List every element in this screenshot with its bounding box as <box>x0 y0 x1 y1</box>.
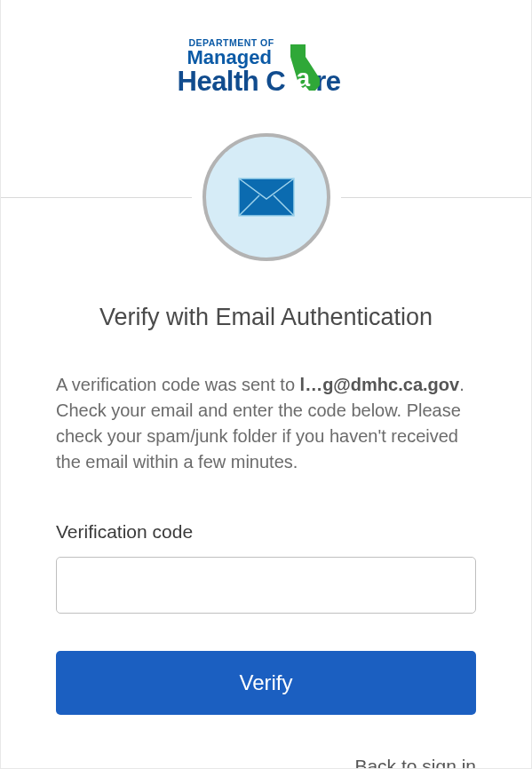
main-content: Verify with Email Authentication A verif… <box>1 304 531 769</box>
verify-button[interactable]: Verify <box>56 651 476 715</box>
logo-line2: Managed <box>187 48 272 67</box>
page-title: Verify with Email Authentication <box>56 304 476 331</box>
california-shape-icon: a <box>288 44 320 91</box>
header-divider <box>1 131 531 263</box>
instruction-text: A verification code was sent to l…g@dmhc… <box>56 372 476 475</box>
logo-state-letter: a <box>297 66 311 91</box>
envelope-icon <box>238 178 295 217</box>
verification-code-input[interactable] <box>56 557 476 614</box>
email-icon-circle <box>202 133 330 261</box>
logo-container: DEPARTMENT OF Managed Health Cre a <box>1 0 531 103</box>
masked-email: l…g@dmhc.ca.gov <box>300 375 460 394</box>
verification-code-label: Verification code <box>56 521 476 543</box>
desc-prefix: A verification code was sent to <box>56 375 300 394</box>
dmhc-logo: DEPARTMENT OF Managed Health Cre a <box>178 37 355 99</box>
back-to-sign-in-link[interactable]: Back to sign in <box>354 756 476 769</box>
